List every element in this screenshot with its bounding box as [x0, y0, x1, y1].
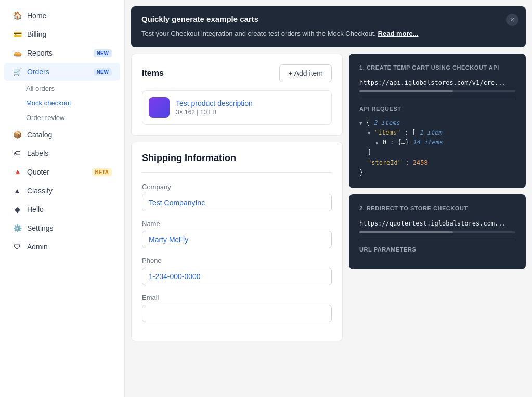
sidebar-item-catalog[interactable]: 📦 Catalog	[4, 126, 120, 143]
orders-sub-items: All orders Mock checkout Order review	[0, 81, 124, 125]
email-label: Email	[142, 294, 332, 301]
json-line-bracket-close: ]	[359, 148, 515, 157]
sidebar: 🏠 Home 💳 Billing 🥧 Reports NEW 🛒 Orders …	[0, 0, 125, 397]
alert-description: Test your Checkout integration and creat…	[141, 29, 515, 39]
company-input[interactable]	[142, 194, 332, 211]
sidebar-item-quoter[interactable]: 🔺 Quoter BETA	[4, 163, 120, 181]
product-icon	[149, 97, 170, 118]
orders-icon: 🛒	[12, 67, 22, 76]
home-icon: 🏠	[12, 11, 22, 20]
company-label: Company	[142, 183, 332, 191]
step2-url: https://quotertest.iglobalstores.com...	[359, 220, 515, 227]
left-panel: Items + Add item Test product descriptio…	[131, 54, 343, 391]
sidebar-item-orders[interactable]: 🛒 Orders NEW	[4, 63, 120, 81]
sidebar-item-hello[interactable]: ◆ Hello	[4, 201, 120, 218]
json-line-zero: ▶ 0 : {…} 14 items	[359, 138, 515, 148]
sidebar-item-label: Catalog	[27, 130, 112, 139]
sidebar-item-label: Orders	[27, 68, 88, 76]
quoter-badge: BETA	[92, 168, 112, 176]
billing-icon: 💳	[12, 30, 22, 39]
shipping-card: Shipping Information Company Name Phone …	[131, 142, 343, 341]
sidebar-item-admin[interactable]: 🛡 Admin	[4, 238, 120, 256]
product-info: Test product description 3× 162 | 10 LB	[176, 99, 253, 116]
shipping-title: Shipping Information	[142, 153, 332, 173]
email-field-group: Email	[142, 294, 332, 322]
product-meta: 3× 162 | 10 LB	[176, 109, 253, 116]
sidebar-item-billing[interactable]: 💳 Billing	[4, 25, 120, 43]
json-line-root: ▼ { 2 items	[359, 118, 515, 128]
step1-scrollbar[interactable]	[359, 90, 515, 92]
alert-title: Quickly generate example carts	[141, 15, 515, 23]
phone-input[interactable]	[142, 268, 332, 285]
sidebar-item-label: Reports	[27, 49, 88, 57]
sidebar-item-label: Quoter	[27, 168, 87, 176]
hello-icon: ◆	[12, 205, 22, 214]
content-area: Items + Add item Test product descriptio…	[125, 54, 532, 398]
catalog-icon: 📦	[12, 130, 22, 139]
product-row: Test product description 3× 162 | 10 LB	[142, 90, 332, 125]
alert-close-button[interactable]: ×	[506, 14, 518, 26]
step1-title: 1. CREATE TEMP CART USING CHECKOUT API	[359, 64, 515, 72]
sidebar-item-label: Settings	[27, 224, 112, 232]
admin-icon: 🛡	[12, 242, 22, 252]
sub-item-mock-checkout[interactable]: Mock checkout	[22, 96, 120, 110]
url-params-label: URL PARAMETERS	[359, 246, 515, 253]
reports-icon: 🥧	[12, 48, 22, 58]
json-line-items: ▼ "items" : [ 1 item	[359, 128, 515, 138]
sidebar-item-label: Home	[27, 11, 112, 20]
sidebar-item-settings[interactable]: ⚙️ Settings	[4, 219, 120, 237]
phone-field-group: Phone	[142, 257, 332, 285]
sidebar-item-classify[interactable]: ▲ Classify	[4, 182, 120, 200]
right-panel: 1. CREATE TEMP CART USING CHECKOUT API h…	[349, 54, 526, 391]
sidebar-item-label: Admin	[27, 243, 112, 251]
name-label: Name	[142, 220, 332, 228]
sidebar-item-labels[interactable]: 🏷 Labels	[4, 144, 120, 162]
quoter-icon: 🔺	[12, 167, 22, 177]
items-title: Items	[142, 69, 164, 78]
step1-scrollbar-thumb	[359, 90, 453, 92]
api-request-label: API REQUEST	[359, 105, 515, 112]
add-item-button[interactable]: + Add item	[279, 64, 332, 82]
step2-card: 2. REDIRECT TO STORE CHECKOUT https://qu…	[349, 194, 526, 269]
json-line-storeid: "storeId" : 2458	[359, 158, 515, 168]
alert-banner: Quickly generate example carts Test your…	[131, 6, 526, 47]
settings-icon: ⚙️	[12, 223, 22, 233]
sub-item-all-orders[interactable]: All orders	[22, 82, 120, 96]
product-description: Test product description	[176, 99, 253, 108]
name-field-group: Name	[142, 220, 332, 248]
company-field-group: Company	[142, 183, 332, 211]
json-viewer: ▼ { 2 items ▼ "items" : [ 1 item ▶ 0 : {…	[359, 118, 515, 178]
labels-icon: 🏷	[12, 149, 22, 158]
sidebar-item-home[interactable]: 🏠 Home	[4, 7, 120, 24]
sidebar-item-label: Classify	[27, 187, 112, 195]
sidebar-item-label: Labels	[27, 149, 112, 157]
email-input[interactable]	[142, 305, 332, 322]
sidebar-item-label: Billing	[27, 30, 112, 38]
step2-title: 2. REDIRECT TO STORE CHECKOUT	[359, 205, 515, 213]
orders-badge: NEW	[94, 68, 112, 76]
name-input[interactable]	[142, 231, 332, 248]
sidebar-item-label: Hello	[27, 205, 112, 214]
sub-item-order-review[interactable]: Order review	[22, 111, 120, 125]
step2-scrollbar-thumb	[359, 231, 453, 233]
json-line-root-close: }	[359, 168, 515, 178]
sidebar-item-reports[interactable]: 🥧 Reports NEW	[4, 44, 120, 62]
read-more-link[interactable]: Read more...	[378, 30, 419, 37]
step1-api-url: https://api.iglobalstores.com/v1/cre...	[359, 79, 515, 86]
collapse-icon: ▼	[359, 120, 362, 127]
items-card: Items + Add item Test product descriptio…	[131, 54, 343, 136]
phone-label: Phone	[142, 257, 332, 264]
main-content: Quickly generate example carts Test your…	[125, 0, 532, 397]
step1-card: 1. CREATE TEMP CART USING CHECKOUT API h…	[349, 54, 526, 189]
reports-badge: NEW	[94, 49, 112, 57]
step1-divider	[359, 99, 515, 99]
classify-icon: ▲	[12, 186, 22, 195]
step2-divider	[359, 240, 515, 240]
items-card-header: Items + Add item	[142, 64, 332, 82]
step2-scrollbar[interactable]	[359, 231, 515, 233]
